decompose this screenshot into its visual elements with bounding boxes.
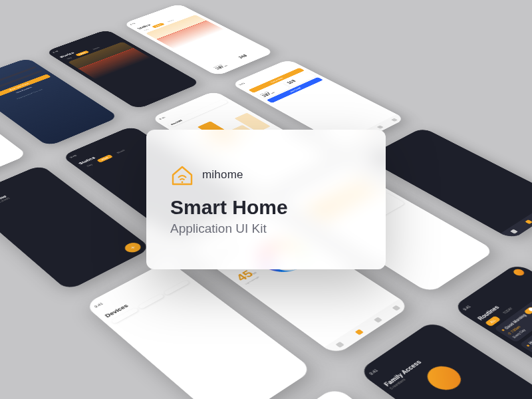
mihome-logo-icon <box>170 163 194 187</box>
svg-point-0 <box>182 182 184 184</box>
screen-family: 9:41 Family Access 5 members <box>358 321 532 399</box>
hero-card: mihome Smart Home Application UI Kit <box>146 130 386 269</box>
hero-subtitle: Application UI Kit <box>170 221 267 236</box>
brand-name: mihome <box>202 168 243 182</box>
hero-title: Smart Home <box>170 196 288 219</box>
screen-home: 9:41 Your home Fresh Gamers 26405 ＋ <box>0 165 152 291</box>
screen-dark-nav: 9:41 <box>364 128 532 240</box>
